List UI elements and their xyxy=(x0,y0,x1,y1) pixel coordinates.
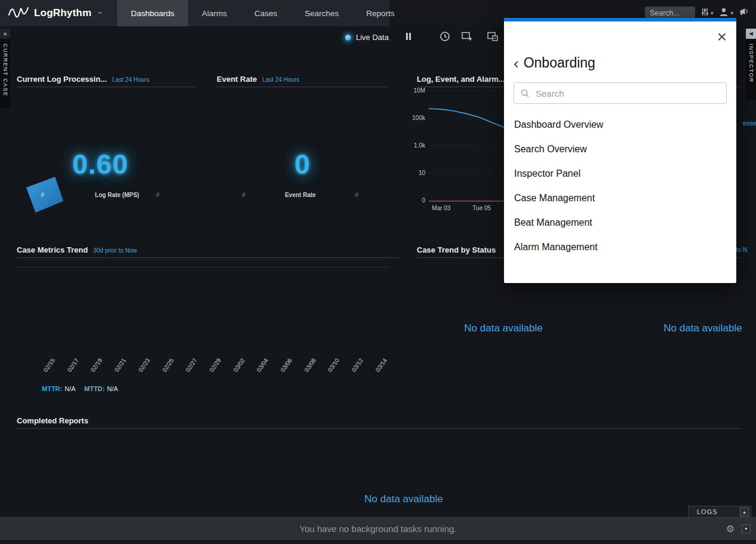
bottom-strip xyxy=(0,540,756,544)
current-case-label: CURRENT CASE xyxy=(2,44,8,97)
main-tabs: DashboardsAlarmsCasesSearchesReports xyxy=(117,0,408,26)
onboarding-item-dashboard-overview[interactable]: Dashboard Overview xyxy=(504,112,736,137)
case-metrics-range: 30d prior to Now xyxy=(93,247,137,254)
onboarding-item-case-management[interactable]: Case Management xyxy=(504,186,736,210)
x-tick: 03/12 xyxy=(351,357,364,373)
completed-reports-no-data: No data available xyxy=(364,493,442,505)
logs-tab[interactable]: LOGS ▲ xyxy=(688,506,751,517)
brand[interactable]: LogRhythm ™ xyxy=(0,0,117,26)
export-dashboard-button[interactable] xyxy=(487,32,499,44)
x-tick: 03/14 xyxy=(374,357,388,373)
tab-alarms[interactable]: Alarms xyxy=(188,0,241,26)
collapse-inspector-icon[interactable]: ◀ xyxy=(746,29,756,39)
window-plus-icon xyxy=(462,32,472,44)
inspector-label: INSPECTOR xyxy=(748,44,754,83)
x-tick: 02/23 xyxy=(137,357,150,373)
x-tick: 02/27 xyxy=(185,357,198,373)
mttd-value: N/A xyxy=(107,385,118,392)
live-data-indicator[interactable]: Live Data xyxy=(345,33,389,42)
clock-icon xyxy=(440,31,450,44)
onboarding-item-search-overview[interactable]: Search Overview xyxy=(504,137,736,161)
chevron-down-icon: ▾ xyxy=(730,10,733,16)
event-rate-value: 0 xyxy=(217,148,388,180)
current-case-tab[interactable]: » CURRENT CASE xyxy=(0,29,10,109)
add-widget-button[interactable] xyxy=(461,32,473,44)
case-chart-xticks: 02/1502/1702/1902/2102/2302/2502/2702/29… xyxy=(17,357,393,385)
log-rate-value: 0.60 xyxy=(12,148,189,180)
screen: LogRhythm ™ DashboardsAlarmsCasesSearche… xyxy=(0,0,756,544)
log-processing-panel-title: Current Log Processin... xyxy=(17,75,107,84)
gauge-needle-shape xyxy=(26,177,63,213)
filter-settings-button[interactable]: ▾ xyxy=(700,7,714,19)
chevron-down-icon: ▼ xyxy=(744,527,748,531)
onboarding-list: Dashboard OverviewSearch OverviewInspect… xyxy=(504,112,736,259)
clipped-label-fragment: esse xyxy=(743,119,756,127)
x-tick: 02/19 xyxy=(90,357,103,373)
chevron-up-icon: ▲ xyxy=(742,510,746,514)
mttr-label: MTTR: xyxy=(42,385,62,392)
close-icon[interactable]: × xyxy=(717,29,727,45)
pause-button[interactable] xyxy=(402,32,414,44)
x-tick: 02/17 xyxy=(66,357,79,373)
tab-reports[interactable]: Reports xyxy=(352,0,408,26)
collapse-statusbar-button[interactable]: ▼ xyxy=(742,524,751,533)
time-range-button[interactable] xyxy=(439,32,451,44)
log-rate-label: Log Rate (MPS) xyxy=(95,192,139,198)
onboarding-popup: ‹ Onboarding × Dashboard OverviewSearch … xyxy=(504,18,736,283)
x-tick: 03/08 xyxy=(303,357,316,373)
y-tick: 100k xyxy=(412,115,425,121)
x-tick: 03/06 xyxy=(279,357,293,373)
x-tick: 02/25 xyxy=(161,357,174,373)
expand-current-case-icon[interactable]: » xyxy=(0,29,10,39)
log-rate-min: 0 xyxy=(41,192,44,198)
window-export-icon xyxy=(487,32,498,44)
popup-accent-bar xyxy=(504,18,736,21)
x-tick: 02/15 xyxy=(42,357,56,373)
case-trend-title: Case Trend by Status xyxy=(417,245,496,254)
completed-reports-panel-header: Completed Reports xyxy=(17,416,740,429)
brand-name: LogRhythm xyxy=(34,7,91,19)
onboarding-search-input[interactable] xyxy=(514,82,727,104)
megaphone-icon xyxy=(739,7,750,19)
onboarding-title: Onboarding xyxy=(524,55,595,71)
case-metrics-panel-header: Case Metrics Trend 30d prior to Now xyxy=(17,245,399,258)
onboarding-item-beat-management[interactable]: Beat Management xyxy=(504,210,736,235)
inspector-tab[interactable]: ◀ INSPECTOR xyxy=(746,29,756,100)
event-rate-range: Last 24 Hours xyxy=(262,76,299,83)
status-bar: You have no background tasks running. ⚙ … xyxy=(0,517,756,540)
brand-trademark: ™ xyxy=(97,11,102,16)
back-chevron-icon[interactable]: ‹ xyxy=(514,57,519,69)
y-tick: 10M xyxy=(414,88,425,94)
case-metrics-footer: MTTR:N/A MTTD:N/A xyxy=(42,385,118,392)
announcements-button[interactable] xyxy=(739,7,750,19)
log-processing-panel-header: Current Log Processin... Last 24 Hours xyxy=(17,75,197,87)
y-tick: 10 xyxy=(419,170,425,176)
x-tick: 02/21 xyxy=(113,357,127,373)
tab-cases[interactable]: Cases xyxy=(241,0,291,26)
pause-icon xyxy=(402,30,414,45)
mttr-value: N/A xyxy=(64,385,75,392)
expand-logs-button[interactable]: ▲ xyxy=(740,508,749,517)
tab-searches[interactable]: Searches xyxy=(291,0,352,26)
x-tick: Tue 05 xyxy=(472,205,491,211)
log-chart-yticks: 10M100k1.0k100 xyxy=(399,88,425,204)
x-tick: Mar 03 xyxy=(432,205,450,211)
nav-left: LogRhythm ™ DashboardsAlarmsCasesSearche… xyxy=(0,0,389,26)
x-tick: 03/04 xyxy=(256,357,269,373)
gear-icon[interactable]: ⚙ xyxy=(726,523,735,535)
event-rate-label: Event Rate xyxy=(285,192,316,198)
onboarding-item-alarm-management[interactable]: Alarm Management xyxy=(504,235,736,259)
tab-dashboards[interactable]: Dashboards xyxy=(117,0,188,26)
logs-label: LOGS xyxy=(697,508,718,515)
event-rate-panel-header: Event Rate Last 24 Hours xyxy=(217,75,388,87)
onboarding-item-inspector-panel[interactable]: Inspector Panel xyxy=(504,161,736,186)
live-data-label: Live Data xyxy=(356,33,389,42)
y-tick: 0 xyxy=(422,198,425,204)
mttd-label: MTTD: xyxy=(84,385,105,392)
status-text: You have no background tasks running. xyxy=(0,518,756,540)
live-dot-icon xyxy=(345,35,351,41)
popup-header: ‹ Onboarding xyxy=(514,55,595,71)
x-tick: 03/02 xyxy=(232,357,245,373)
case-trend-no-data: No data available xyxy=(464,322,542,334)
event-rate-panel-title: Event Rate xyxy=(217,75,257,84)
